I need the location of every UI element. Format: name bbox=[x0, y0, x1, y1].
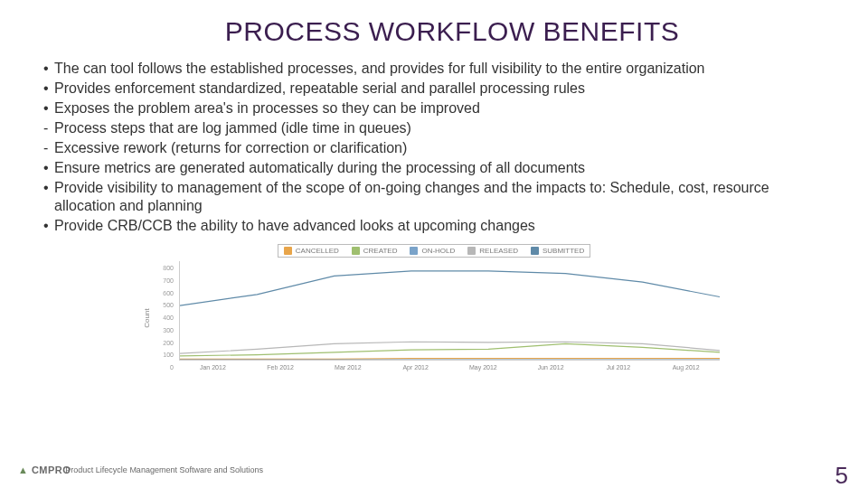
logo-icon: ▲ bbox=[18, 465, 28, 475]
x-tick-label: Jun 2012 bbox=[517, 364, 585, 377]
legend-label: RELEASED bbox=[479, 247, 518, 255]
page-title: PROCESS WORKFLOW BENEFITS bbox=[110, 16, 794, 47]
bullet: Provides enforcement standardized, repea… bbox=[43, 80, 830, 98]
legend-label: SUBMITTED bbox=[542, 247, 584, 255]
bullet-list: The can tool follows the established pro… bbox=[38, 60, 830, 235]
swatch-icon bbox=[410, 247, 418, 255]
y-tick-label: 800 bbox=[163, 265, 174, 271]
x-tick-label: May 2012 bbox=[449, 364, 517, 377]
legend-label: ON-HOLD bbox=[421, 247, 455, 255]
x-tick-label: Jan 2012 bbox=[179, 364, 247, 377]
chart: CANCELLED CREATED ON-HOLD RELEASED SUBMI… bbox=[145, 244, 723, 377]
legend-item: CANCELLED bbox=[284, 247, 339, 255]
series-line bbox=[180, 359, 720, 360]
logo: ▲ CMPRO bbox=[18, 465, 71, 475]
x-tick-label: Mar 2012 bbox=[315, 364, 382, 377]
footer: ▲ CMPRO Product Lifecycle Management Sof… bbox=[18, 465, 263, 475]
y-tick-label: 400 bbox=[163, 314, 174, 321]
bullet: The can tool follows the established pro… bbox=[43, 60, 830, 78]
sub-bullet: Excessive rework (returns for correction… bbox=[43, 139, 830, 157]
x-tick-label: Jul 2012 bbox=[585, 364, 653, 377]
x-tick-label: Apr 2012 bbox=[382, 364, 449, 377]
x-ticks: Jan 2012Feb 2012Mar 2012Apr 2012May 2012… bbox=[179, 364, 720, 377]
plot-area bbox=[179, 261, 720, 361]
y-tick-label: 600 bbox=[163, 289, 174, 296]
swatch-icon bbox=[352, 247, 360, 255]
y-tick-label: 100 bbox=[163, 352, 174, 358]
series-line bbox=[180, 271, 720, 305]
y-tick-label: 700 bbox=[163, 277, 174, 283]
x-tick-label: Aug 2012 bbox=[652, 364, 720, 377]
page-number: 5 bbox=[835, 462, 848, 488]
y-tick-label: 500 bbox=[163, 302, 174, 308]
chart-legend: CANCELLED CREATED ON-HOLD RELEASED SUBMI… bbox=[278, 244, 590, 258]
y-tick-label: 300 bbox=[163, 326, 174, 333]
legend-label: CANCELLED bbox=[296, 247, 339, 255]
bullet: Provide visibility to management of the … bbox=[43, 179, 830, 215]
bullet: Provide CRB/CCB the ability to have adva… bbox=[43, 217, 830, 235]
legend-item: SUBMITTED bbox=[531, 247, 584, 255]
swatch-icon bbox=[284, 247, 292, 255]
y-tick-label: 200 bbox=[163, 339, 174, 345]
legend-item: RELEASED bbox=[467, 247, 518, 255]
legend-item: ON-HOLD bbox=[410, 247, 455, 255]
bullet: Ensure metrics are generated automatical… bbox=[43, 159, 830, 177]
legend-item: CREATED bbox=[352, 247, 398, 255]
sub-bullet: Process steps that are log jammed (idle … bbox=[43, 119, 830, 137]
swatch-icon bbox=[531, 247, 539, 255]
x-tick-label: Feb 2012 bbox=[247, 364, 315, 377]
legend-label: CREATED bbox=[363, 247, 398, 255]
y-tick-label: 0 bbox=[170, 364, 174, 371]
line-chart-svg bbox=[180, 261, 720, 360]
footer-tagline: Product Lifecycle Management Software an… bbox=[65, 465, 263, 474]
swatch-icon bbox=[467, 247, 476, 255]
series-line bbox=[180, 343, 720, 356]
y-ticks: 0100200300400500600700800 bbox=[145, 261, 177, 361]
bullet: Exposes the problem area's in processes … bbox=[43, 99, 830, 117]
